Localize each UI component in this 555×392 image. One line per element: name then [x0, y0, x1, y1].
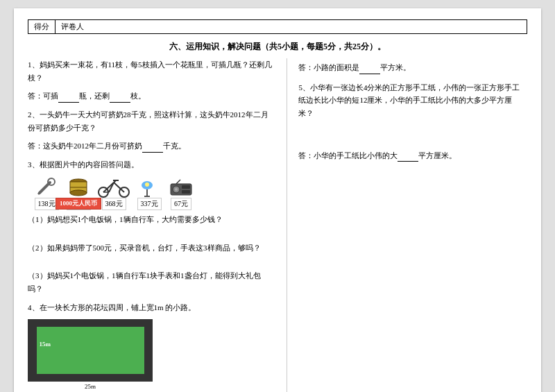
q4-text: 4、在一块长方形的花坛四周，铺上宽1m 的小路。 — [28, 303, 196, 312]
right-column: 答：小路的面积是平方米。 5、小华有一张边长4分米的正方形手工纸，小伟的一张正方… — [287, 58, 527, 392]
svg-point-18 — [145, 182, 149, 187]
left-column: 1、妈妈买来一束花，有11枝，每5枝插入一个花瓶里，可插几瓶？还剩几枝？ 答：可… — [28, 58, 287, 392]
lamp-price: 337元 — [137, 198, 162, 210]
wrench-icon — [33, 177, 60, 198]
section-title: 六、运用知识，解决问题（共5小题，每题5分，共25分）。 — [28, 41, 527, 53]
question-1: 1、妈妈买来一束花，有11枝，每5枝插入一个花瓶里，可插几瓶？还剩几枝？ — [28, 58, 275, 84]
svg-point-5 — [70, 190, 87, 196]
garden-inner: 15m — [37, 327, 144, 374]
barrel-icon — [65, 177, 92, 198]
q2-blank[interactable] — [142, 143, 163, 153]
q5-answer: 答：小华的手工纸比小伟的大平方厘米。 — [298, 149, 527, 162]
score-label: 得分 — [28, 20, 56, 33]
garden-outer: 15m — [28, 319, 153, 382]
height-label: 15m — [40, 341, 51, 348]
q1-answer: 答：可插瓶，还剩枝。 — [28, 90, 275, 103]
q1-text: 1、妈妈买来一束花，有11枝，每5枝插入一个花瓶里，可插几瓶？还剩几枝？ — [28, 60, 272, 82]
garden-diagram: 15m 25m — [28, 319, 153, 390]
svg-rect-23 — [182, 190, 190, 194]
q5-road-answer: 答：小路的面积是平方米。 — [298, 61, 527, 74]
q5-blank1[interactable] — [359, 65, 380, 74]
lamp-icon — [136, 177, 162, 198]
q1-blank1[interactable] — [58, 93, 79, 103]
q2-text: 2、一头奶牛一天大约可挤奶28千克，照这样计算，这头奶牛2012年二月份可挤奶多… — [28, 110, 268, 132]
q3-text: 3、根据图片中的内容回答问题。 — [28, 160, 139, 169]
radio-price: 67元 — [171, 198, 191, 210]
product-lamp: 337元 — [136, 177, 162, 210]
question-5: 5、小华有一张边长4分米的正方形手工纸，小伟的一张正方形手工纸边长比小华的短12… — [298, 81, 527, 120]
svg-point-21 — [175, 188, 178, 191]
q3-sub2: （2）如果妈妈带了500元，买录音机，台灯，手表这3样商品，够吗？ — [28, 241, 275, 255]
question-2: 2、一头奶牛一天大约可挤奶28千克，照这样计算，这头奶牛2012年二月份可挤奶多… — [28, 108, 275, 134]
width-label: 25m — [28, 383, 153, 390]
q3-sub3: （3）妈妈买1个电饭锅，1辆自行车1块手表和1盏台灯，能得到大礼包吗？ — [28, 269, 275, 295]
bike-price: 368元 — [102, 198, 126, 210]
exam-page: 得分 评卷人 六、运用知识，解决问题（共5小题，每题5分，共25分）。 1、妈妈… — [14, 8, 541, 392]
q1-blank2[interactable] — [110, 93, 130, 103]
score-bar: 得分 评卷人 — [28, 19, 527, 34]
budget-label: 1000元人民币 — [56, 198, 101, 210]
question-4: 4、在一块长方形的花坛四周，铺上宽1m 的小路。 — [28, 301, 275, 314]
svg-rect-22 — [182, 185, 190, 189]
bike-icon — [97, 177, 130, 198]
q3-sub1: （1）妈妈想买1个电饭锅，1辆自行车，大约需要多少钱？ — [28, 213, 275, 226]
products-row: 1000元人民币 138元 — [28, 177, 275, 210]
q5-text: 5、小华有一张边长4分米的正方形手工纸，小伟的一张正方形手工纸边长比小华的短12… — [298, 83, 520, 117]
q2-answer: 答：这头奶牛2012年二月份可挤奶千克。 — [28, 139, 275, 153]
question-3: 3、根据图片中的内容回答问题。 — [28, 158, 275, 171]
product-radio: 67元 — [168, 177, 194, 210]
q5-blank[interactable] — [398, 152, 418, 162]
svg-line-24 — [176, 180, 180, 184]
radio-icon — [168, 177, 194, 198]
content-area: 1、妈妈买来一束花，有11枝，每5枝插入一个花瓶里，可插几瓶？还剩几枝？ 答：可… — [28, 58, 527, 392]
product-bike: 368元 — [97, 177, 130, 210]
reviewer-label: 评卷人 — [56, 20, 89, 33]
